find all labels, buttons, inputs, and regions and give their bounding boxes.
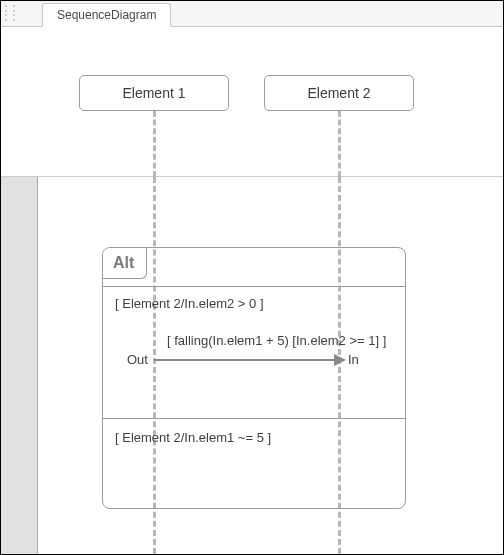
drag-handle-icon[interactable] [5,5,19,21]
diagram-frame: SequenceDiagram Element 1 Element 2 Alt … [0,0,504,555]
lifeline-line-element-2 [338,111,341,177]
alt-fragment[interactable]: Alt [ Element 2/In.elem2 > 0 ] [ falling… [102,247,406,509]
operand-divider-2 [103,418,405,419]
message-1-label[interactable]: [ falling(In.elem1 + 5) [In.elem2 >= 1] … [167,333,386,348]
lifeline-header-area: Element 1 Element 2 [1,27,503,177]
tab-sequence-diagram[interactable]: SequenceDiagram [42,3,171,27]
operand-divider-1 [103,286,405,287]
lifeline-element-1[interactable]: Element 1 [79,75,229,111]
svg-marker-1 [334,354,346,366]
message-1-from-label: Out [127,352,148,367]
lifeline-element-2[interactable]: Element 2 [264,75,414,111]
left-gutter [1,177,37,554]
operand-2-guard[interactable]: [ Element 2/In.elem1 ~= 5 ] [115,430,271,445]
lifeline-line-element-1 [153,111,156,177]
message-1-to-label: In [348,352,359,367]
fragment-operator-label: Alt [103,248,147,279]
tab-bar: SequenceDiagram [1,1,503,27]
message-1-arrow[interactable] [154,352,344,368]
operand-1-guard[interactable]: [ Element 2/In.elem2 > 0 ] [115,296,264,311]
diagram-body: Alt [ Element 2/In.elem2 > 0 ] [ falling… [1,177,503,554]
